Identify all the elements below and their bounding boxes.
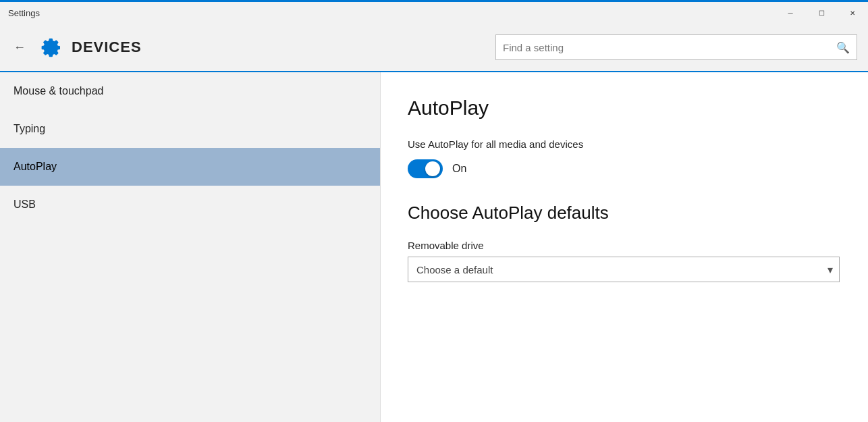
close-button[interactable]: ✕ — [837, 2, 868, 24]
sidebar-item-mouse[interactable]: Mouse & touchpad — [0, 72, 380, 110]
minimize-button[interactable]: ─ — [775, 2, 806, 24]
back-button[interactable]: ← — [11, 38, 28, 57]
title-bar-controls: ─ ☐ ✕ — [775, 2, 868, 24]
removable-drive-select[interactable]: Choose a default Open folder to view fil… — [408, 257, 840, 282]
maximize-button[interactable]: ☐ — [806, 2, 837, 24]
sidebar-item-typing[interactable]: Typing — [0, 110, 380, 148]
autoplay-toggle[interactable] — [408, 159, 443, 178]
title-bar-title: Settings — [8, 8, 40, 18]
header: ← DEVICES 🔍 — [0, 24, 868, 72]
toggle-row: On — [408, 159, 841, 178]
sidebar-item-usb[interactable]: USB — [0, 186, 380, 223]
page-title: AutoPlay — [408, 97, 841, 120]
content-area: AutoPlay Use AutoPlay for all media and … — [381, 72, 868, 422]
header-section-title: DEVICES — [72, 38, 142, 56]
toggle-description: Use AutoPlay for all media and devices — [408, 138, 841, 150]
toggle-state-label: On — [452, 163, 466, 175]
removable-drive-select-wrapper: Choose a default Open folder to view fil… — [408, 257, 840, 282]
title-bar: Settings ─ ☐ ✕ — [0, 2, 868, 24]
main-layout: Mouse & touchpad Typing AutoPlay USB Aut… — [0, 72, 868, 422]
search-icon: 🔍 — [836, 41, 850, 54]
title-bar-left: Settings — [8, 8, 40, 18]
removable-drive-label: Removable drive — [408, 240, 841, 251]
gear-icon — [38, 35, 62, 59]
search-box[interactable]: 🔍 — [495, 34, 857, 60]
header-left: ← DEVICES — [11, 35, 142, 59]
sidebar-item-autoplay[interactable]: AutoPlay — [0, 148, 380, 186]
sidebar: Mouse & touchpad Typing AutoPlay USB — [0, 72, 381, 422]
search-input[interactable] — [503, 42, 836, 53]
toggle-knob — [425, 161, 440, 176]
section-title: Choose AutoPlay defaults — [408, 203, 841, 223]
